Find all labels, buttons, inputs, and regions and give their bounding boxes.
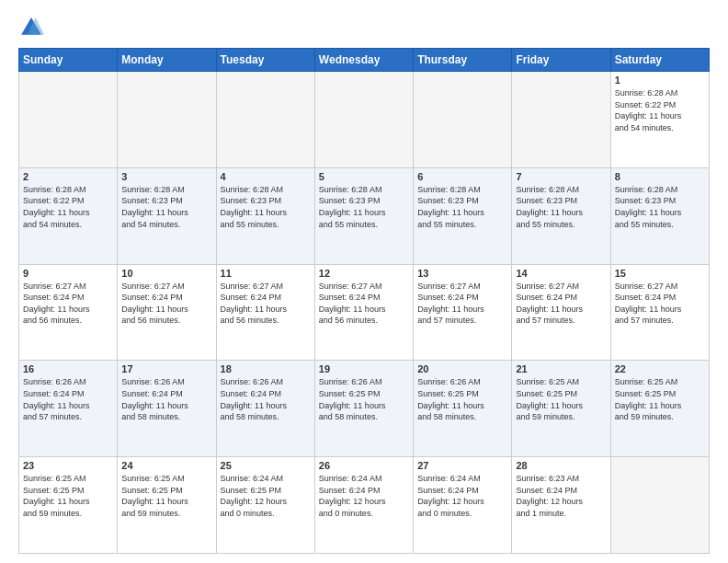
calendar-day-cell: 6Sunrise: 6:28 AM Sunset: 6:23 PM Daylig… <box>414 167 512 264</box>
calendar-day-cell: 23Sunrise: 6:25 AM Sunset: 6:25 PM Dayli… <box>19 457 118 554</box>
calendar-day-cell <box>118 72 216 168</box>
calendar-day-cell: 10Sunrise: 6:27 AM Sunset: 6:24 PM Dayli… <box>118 264 216 361</box>
calendar-day-cell <box>216 72 314 168</box>
day-number: 11 <box>221 268 311 279</box>
day-number: 4 <box>221 171 311 182</box>
calendar-day-cell: 9Sunrise: 6:27 AM Sunset: 6:24 PM Daylig… <box>19 264 118 361</box>
day-info: Sunrise: 6:28 AM Sunset: 6:23 PM Dayligh… <box>516 184 606 230</box>
weekday-header-friday: Friday <box>512 49 610 72</box>
weekday-header-saturday: Saturday <box>610 49 709 72</box>
logo-icon <box>18 15 44 40</box>
day-number: 16 <box>23 363 113 374</box>
calendar-day-cell <box>610 457 709 554</box>
header <box>18 15 710 40</box>
day-info: Sunrise: 6:24 AM Sunset: 6:24 PM Dayligh… <box>319 473 409 519</box>
calendar-day-cell: 24Sunrise: 6:25 AM Sunset: 6:25 PM Dayli… <box>118 457 216 554</box>
day-info: Sunrise: 6:27 AM Sunset: 6:24 PM Dayligh… <box>221 281 311 327</box>
day-info: Sunrise: 6:28 AM Sunset: 6:22 PM Dayligh… <box>615 87 705 133</box>
calendar-day-cell: 12Sunrise: 6:27 AM Sunset: 6:24 PM Dayli… <box>314 264 413 361</box>
day-number: 25 <box>221 460 311 471</box>
calendar-day-cell: 1Sunrise: 6:28 AM Sunset: 6:22 PM Daylig… <box>610 72 709 168</box>
day-number: 13 <box>417 268 507 279</box>
day-number: 14 <box>516 268 606 279</box>
day-info: Sunrise: 6:26 AM Sunset: 6:25 PM Dayligh… <box>417 376 507 422</box>
calendar-day-cell: 18Sunrise: 6:26 AM Sunset: 6:24 PM Dayli… <box>216 361 314 457</box>
day-number: 2 <box>23 171 113 182</box>
calendar-day-cell: 11Sunrise: 6:27 AM Sunset: 6:24 PM Dayli… <box>216 264 314 361</box>
weekday-header-thursday: Thursday <box>414 49 512 72</box>
day-number: 27 <box>417 460 507 471</box>
day-info: Sunrise: 6:25 AM Sunset: 6:25 PM Dayligh… <box>615 376 705 422</box>
day-info: Sunrise: 6:24 AM Sunset: 6:25 PM Dayligh… <box>221 473 311 519</box>
day-number: 20 <box>417 363 507 374</box>
day-info: Sunrise: 6:27 AM Sunset: 6:24 PM Dayligh… <box>417 281 507 327</box>
day-number: 21 <box>516 363 606 374</box>
calendar-day-cell: 8Sunrise: 6:28 AM Sunset: 6:23 PM Daylig… <box>610 167 709 264</box>
day-info: Sunrise: 6:23 AM Sunset: 6:24 PM Dayligh… <box>516 473 606 519</box>
day-number: 24 <box>121 460 211 471</box>
calendar-day-cell: 16Sunrise: 6:26 AM Sunset: 6:24 PM Dayli… <box>19 361 118 457</box>
calendar-day-cell: 3Sunrise: 6:28 AM Sunset: 6:23 PM Daylig… <box>118 167 216 264</box>
day-info: Sunrise: 6:28 AM Sunset: 6:22 PM Dayligh… <box>23 184 113 230</box>
weekday-header-row: SundayMondayTuesdayWednesdayThursdayFrid… <box>19 49 710 72</box>
calendar-day-cell: 19Sunrise: 6:26 AM Sunset: 6:25 PM Dayli… <box>314 361 413 457</box>
day-info: Sunrise: 6:25 AM Sunset: 6:25 PM Dayligh… <box>516 376 606 422</box>
calendar-day-cell: 5Sunrise: 6:28 AM Sunset: 6:23 PM Daylig… <box>314 167 413 264</box>
day-info: Sunrise: 6:28 AM Sunset: 6:23 PM Dayligh… <box>319 184 409 230</box>
day-number: 6 <box>417 171 507 182</box>
calendar-day-cell: 20Sunrise: 6:26 AM Sunset: 6:25 PM Dayli… <box>414 361 512 457</box>
calendar-day-cell: 13Sunrise: 6:27 AM Sunset: 6:24 PM Dayli… <box>414 264 512 361</box>
calendar-day-cell: 4Sunrise: 6:28 AM Sunset: 6:23 PM Daylig… <box>216 167 314 264</box>
day-number: 10 <box>121 268 211 279</box>
day-info: Sunrise: 6:27 AM Sunset: 6:24 PM Dayligh… <box>121 281 211 327</box>
day-number: 5 <box>319 171 409 182</box>
day-info: Sunrise: 6:26 AM Sunset: 6:24 PM Dayligh… <box>23 376 113 422</box>
day-info: Sunrise: 6:24 AM Sunset: 6:24 PM Dayligh… <box>417 473 507 519</box>
day-number: 19 <box>319 363 409 374</box>
day-info: Sunrise: 6:27 AM Sunset: 6:24 PM Dayligh… <box>23 281 113 327</box>
day-info: Sunrise: 6:28 AM Sunset: 6:23 PM Dayligh… <box>221 184 311 230</box>
day-info: Sunrise: 6:27 AM Sunset: 6:24 PM Dayligh… <box>319 281 409 327</box>
calendar-week-5: 23Sunrise: 6:25 AM Sunset: 6:25 PM Dayli… <box>19 457 710 554</box>
day-number: 12 <box>319 268 409 279</box>
calendar-day-cell <box>512 72 610 168</box>
day-info: Sunrise: 6:27 AM Sunset: 6:24 PM Dayligh… <box>516 281 606 327</box>
calendar-week-2: 2Sunrise: 6:28 AM Sunset: 6:22 PM Daylig… <box>19 167 710 264</box>
day-number: 23 <box>23 460 113 471</box>
day-info: Sunrise: 6:28 AM Sunset: 6:23 PM Dayligh… <box>121 184 211 230</box>
day-info: Sunrise: 6:26 AM Sunset: 6:24 PM Dayligh… <box>121 376 211 422</box>
weekday-header-sunday: Sunday <box>19 49 118 72</box>
calendar-day-cell <box>414 72 512 168</box>
day-number: 22 <box>615 363 705 374</box>
calendar-week-4: 16Sunrise: 6:26 AM Sunset: 6:24 PM Dayli… <box>19 361 710 457</box>
day-info: Sunrise: 6:25 AM Sunset: 6:25 PM Dayligh… <box>23 473 113 519</box>
day-number: 7 <box>516 171 606 182</box>
day-number: 26 <box>319 460 409 471</box>
calendar-day-cell: 2Sunrise: 6:28 AM Sunset: 6:22 PM Daylig… <box>19 167 118 264</box>
day-number: 3 <box>121 171 211 182</box>
day-info: Sunrise: 6:27 AM Sunset: 6:24 PM Dayligh… <box>615 281 705 327</box>
logo <box>18 15 48 40</box>
day-number: 8 <box>615 171 705 182</box>
calendar-day-cell: 15Sunrise: 6:27 AM Sunset: 6:24 PM Dayli… <box>610 264 709 361</box>
calendar-day-cell: 27Sunrise: 6:24 AM Sunset: 6:24 PM Dayli… <box>414 457 512 554</box>
calendar-day-cell <box>314 72 413 168</box>
day-info: Sunrise: 6:26 AM Sunset: 6:25 PM Dayligh… <box>319 376 409 422</box>
calendar-table: SundayMondayTuesdayWednesdayThursdayFrid… <box>18 48 710 554</box>
day-number: 9 <box>23 268 113 279</box>
day-number: 1 <box>615 75 705 86</box>
calendar-week-3: 9Sunrise: 6:27 AM Sunset: 6:24 PM Daylig… <box>19 264 710 361</box>
day-number: 15 <box>615 268 705 279</box>
day-info: Sunrise: 6:26 AM Sunset: 6:24 PM Dayligh… <box>221 376 311 422</box>
day-number: 28 <box>516 460 606 471</box>
calendar-day-cell <box>19 72 118 168</box>
day-info: Sunrise: 6:28 AM Sunset: 6:23 PM Dayligh… <box>417 184 507 230</box>
weekday-header-monday: Monday <box>118 49 216 72</box>
day-info: Sunrise: 6:28 AM Sunset: 6:23 PM Dayligh… <box>615 184 705 230</box>
calendar-day-cell: 17Sunrise: 6:26 AM Sunset: 6:24 PM Dayli… <box>118 361 216 457</box>
day-number: 18 <box>221 363 311 374</box>
calendar-day-cell: 25Sunrise: 6:24 AM Sunset: 6:25 PM Dayli… <box>216 457 314 554</box>
calendar-day-cell: 7Sunrise: 6:28 AM Sunset: 6:23 PM Daylig… <box>512 167 610 264</box>
calendar-day-cell: 26Sunrise: 6:24 AM Sunset: 6:24 PM Dayli… <box>314 457 413 554</box>
calendar-day-cell: 22Sunrise: 6:25 AM Sunset: 6:25 PM Dayli… <box>610 361 709 457</box>
